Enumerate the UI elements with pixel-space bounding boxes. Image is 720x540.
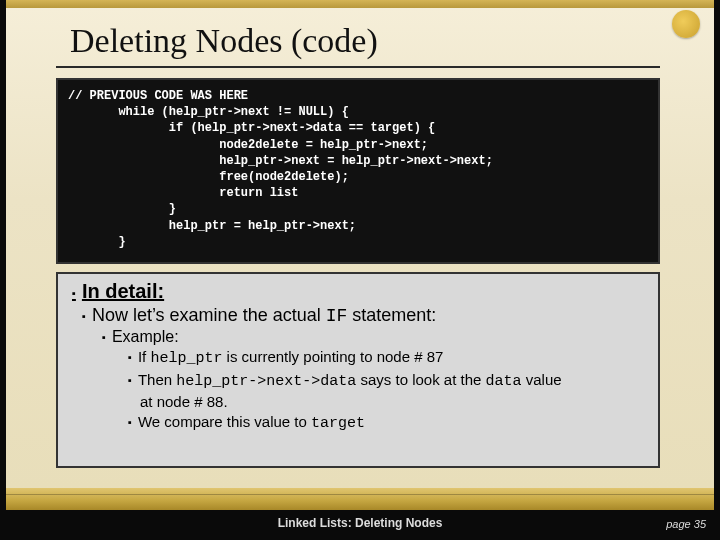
code-line: while (help_ptr->next != NULL) { — [68, 105, 349, 119]
code-line: node2delete = help_ptr->next; — [68, 138, 428, 152]
code-line: help_ptr->next = help_ptr->next->next; — [68, 154, 493, 168]
code-line: } — [68, 235, 126, 249]
inline-code: target — [311, 415, 365, 432]
detail-bullet-2: Then help_ptr->next->data says to look a… — [128, 370, 644, 392]
code-line: } — [68, 202, 176, 216]
code-line: // PREVIOUS CODE WAS HERE — [68, 89, 248, 103]
detail-bullet-1: If help_ptr is currently pointing to nod… — [128, 347, 644, 369]
page-number: page 35 — [666, 518, 706, 530]
slide-title: Deleting Nodes (code) — [70, 22, 378, 60]
logo-icon — [672, 10, 700, 38]
inline-code: IF — [326, 306, 348, 326]
example-label: Example: — [102, 328, 644, 346]
inline-code: help_ptr->next->data — [176, 373, 356, 390]
detail-bullet-2-cont: at node # 88. — [140, 392, 644, 412]
inline-code: help_ptr — [150, 350, 222, 367]
code-block: // PREVIOUS CODE WAS HERE while (help_pt… — [56, 78, 660, 264]
inline-code: data — [486, 373, 522, 390]
slide: Deleting Nodes (code) // PREVIOUS CODE W… — [0, 0, 720, 540]
detail-bullet-3: We compare this value to target — [128, 412, 644, 434]
code-line: if (help_ptr->next->data == target) { — [68, 121, 435, 135]
title-underline — [56, 66, 660, 68]
footer-title: Linked Lists: Deleting Nodes — [0, 516, 720, 530]
code-line: return list — [68, 186, 298, 200]
top-accent-bar — [6, 0, 714, 8]
code-line: help_ptr = help_ptr->next; — [68, 219, 356, 233]
code-line: free(node2delete); — [68, 170, 349, 184]
detail-line-1: Now let’s examine the actual IF statemen… — [82, 305, 644, 326]
detail-heading: In detail: — [72, 280, 644, 303]
detail-box: In detail: Now let’s examine the actual … — [56, 272, 660, 468]
bottom-accent-bar — [6, 488, 714, 510]
